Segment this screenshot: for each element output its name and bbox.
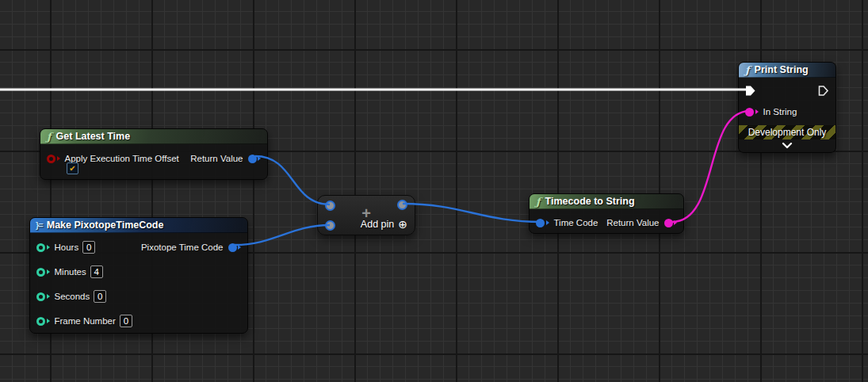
pin-return-value-string[interactable] xyxy=(664,219,678,227)
function-icon: ƒ xyxy=(745,65,750,75)
function-icon: ƒ xyxy=(47,132,52,142)
pin-time-code[interactable] xyxy=(536,219,549,227)
node-title: Get Latest Time xyxy=(56,131,131,142)
minutes-value-field[interactable]: 4 xyxy=(90,265,103,278)
pin-apply-execution-time-offset[interactable] xyxy=(47,155,60,163)
pin-label-minutes: Minutes xyxy=(55,267,86,277)
chevron-down-icon xyxy=(781,143,793,149)
node-get-latest-time[interactable]: ƒ Get Latest Time Apply Execution Time O… xyxy=(40,128,268,180)
node-header-get-latest-time[interactable]: ƒ Get Latest Time xyxy=(40,129,267,144)
node-title: Make PixotopeTimeCode xyxy=(47,220,164,231)
pin-in-string[interactable] xyxy=(745,108,759,117)
pin-hours[interactable] xyxy=(36,243,50,252)
pin-label-hours: Hours xyxy=(55,243,79,252)
exec-out-pin[interactable] xyxy=(818,86,829,96)
add-pin-plus-icon[interactable]: ⊕ xyxy=(398,219,407,230)
pin-label-apply-execution-time-offset: Apply Execution Time Offset xyxy=(65,154,179,163)
pin-pixotope-time-code[interactable] xyxy=(228,243,242,252)
node-title: Timecode to String xyxy=(545,196,635,207)
pin-return-value[interactable] xyxy=(248,155,262,163)
exec-in-pin[interactable] xyxy=(745,86,756,96)
node-timecode-to-string[interactable]: ƒ Timecode to String Time Code Return Va… xyxy=(529,193,684,234)
pin-label-return-value: Return Value xyxy=(606,218,659,227)
wire-timecode-to-add-in2[interactable] xyxy=(235,225,330,245)
checkmark-icon: ✔ xyxy=(69,164,75,173)
apply-offset-checkbox[interactable]: ✔ xyxy=(67,162,78,174)
pin-label-time-code: Time Code xyxy=(554,218,598,227)
function-icon: ƒ xyxy=(536,197,541,207)
frame-number-value-field[interactable]: 0 xyxy=(120,315,132,327)
pin-seconds[interactable] xyxy=(36,292,50,301)
pin-label-pixotope-time-code: Pixotope Time Code xyxy=(141,243,224,252)
node-add[interactable]: + Add pin ⊕ xyxy=(317,195,415,235)
pin-frame-number[interactable] xyxy=(36,317,50,326)
wire-add-out-to-timecode-to-string[interactable] xyxy=(403,204,541,222)
development-only-label: Development Only xyxy=(748,127,827,138)
hours-value-field[interactable]: 0 xyxy=(82,241,95,254)
pin-label-frame-number: Frame Number xyxy=(55,316,116,326)
expand-node-button[interactable] xyxy=(739,143,835,149)
node-header-make-pixotope-timecode[interactable]: }= Make PixotopeTimeCode xyxy=(30,218,247,233)
node-make-pixotope-timecode[interactable]: }= Make PixotopeTimeCode Hours 0 Pixotop… xyxy=(29,217,248,334)
pin-label-return-value: Return Value xyxy=(190,154,243,163)
add-pin-button-label[interactable]: Add pin xyxy=(361,219,394,230)
pin-minutes[interactable] xyxy=(36,268,50,277)
node-header-timecode-to-string[interactable]: ƒ Timecode to String xyxy=(530,194,683,209)
node-header-print-string[interactable]: ƒ Print String xyxy=(739,63,835,78)
pin-label-in-string: In String xyxy=(763,107,797,117)
pin-add-input-2[interactable] xyxy=(325,220,335,231)
pin-label-seconds: Seconds xyxy=(55,292,90,301)
node-title: Print String xyxy=(755,64,809,75)
seconds-value-field[interactable]: 0 xyxy=(94,290,106,303)
node-print-string[interactable]: ƒ Print String In String Development Onl… xyxy=(738,62,836,153)
make-struct-icon: }= xyxy=(36,220,43,230)
development-only-banner: Development Only xyxy=(739,125,835,139)
blueprint-graph-canvas[interactable]: ƒ Get Latest Time Apply Execution Time O… xyxy=(0,0,868,382)
